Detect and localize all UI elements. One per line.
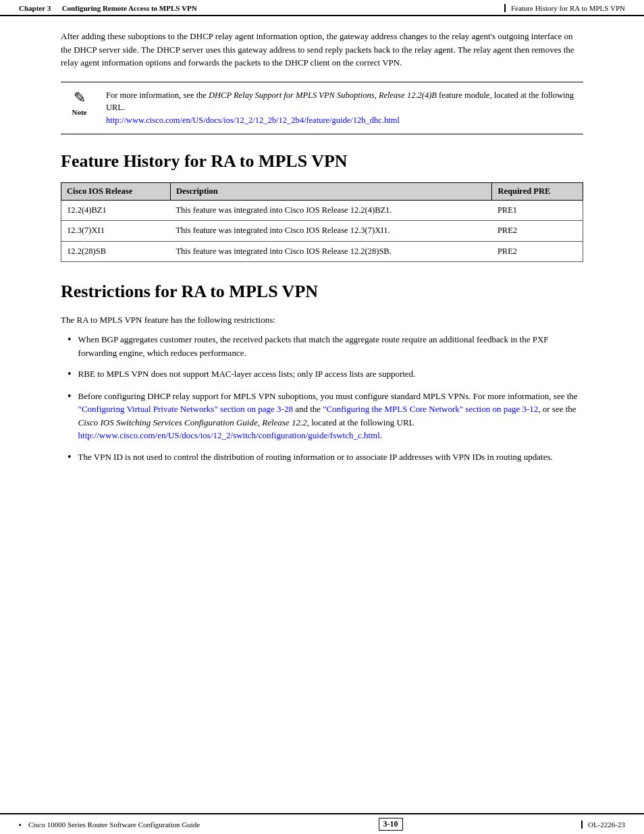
note-pencil-icon: ✎: [74, 89, 86, 107]
list-item: When BGP aggregates customer routes, the…: [68, 333, 583, 359]
table-cell-description: This feature was integrated into Cisco I…: [170, 241, 491, 262]
table-cell-release: 12.2(4)BZ1: [61, 200, 171, 221]
table-cell-pre: PRE2: [492, 241, 583, 262]
footer-page-number: 3-10: [379, 818, 403, 831]
header-chapter: Chapter 3 Configuring Remote Access to M…: [19, 4, 197, 12]
restrictions-heading: Restrictions for RA to MPLS VPN: [61, 281, 583, 302]
table-header-description: Description: [170, 182, 491, 200]
note-label: Note: [72, 108, 87, 116]
list-item: RBE to MPLS VPN does not support MAC-lay…: [68, 367, 583, 382]
list-item: Before configuring DHCP relay support fo…: [68, 390, 583, 442]
feature-history-table: Cisco IOS Release Description Required P…: [61, 182, 583, 263]
bullet-link-1[interactable]: "Configuring Virtual Private Networks" s…: [78, 404, 293, 414]
footer-bullet: ▪: [19, 820, 22, 829]
bullet-link-2[interactable]: "Configuring the MPLS Core Network" sect…: [323, 404, 538, 414]
bullet-italic: Cisco IOS Switching Services Configurati…: [78, 417, 307, 427]
feature-history-heading: Feature History for RA to MPLS VPN: [61, 151, 583, 172]
table-cell-description: This feature was integrated into Cisco I…: [170, 221, 491, 242]
list-item: The VPN ID is not used to control the di…: [68, 450, 583, 465]
note-italic-text: DHCP Relay Support for MPLS VPN Suboptio…: [209, 90, 437, 100]
header-chapter-title: Configuring Remote Access to MPLS VPN: [62, 4, 197, 12]
note-content: For more information, see the DHCP Relay…: [106, 89, 583, 127]
table-cell-pre: PRE2: [492, 221, 583, 242]
table-header-release: Cisco IOS Release: [61, 182, 171, 200]
note-text-prefix: For more information, see the: [106, 90, 209, 100]
intro-paragraph: After adding these suboptions to the DHC…: [61, 30, 583, 70]
restrictions-intro: The RA to MPLS VPN feature has the follo…: [61, 313, 583, 327]
table-row: 12.3(7)XI1 This feature was integrated i…: [61, 221, 583, 242]
table-cell-release: 12.3(7)XI1: [61, 221, 171, 242]
restrictions-list: When BGP aggregates customer routes, the…: [68, 333, 583, 465]
table-cell-release: 12.2(28)SB: [61, 241, 171, 262]
page-header: Chapter 3 Configuring Remote Access to M…: [0, 0, 644, 16]
bullet-url[interactable]: http://www.cisco.com/en/US/docs/ios/12_2…: [78, 430, 380, 440]
note-box: ✎ Note For more information, see the DHC…: [61, 82, 583, 134]
footer-left: ▪ Cisco 10000 Series Router Software Con…: [19, 820, 200, 829]
table-header-pre: Required PRE: [492, 182, 583, 200]
header-chapter-label: Chapter 3: [19, 4, 51, 12]
note-url-link[interactable]: http://www.cisco.com/en/US/docs/ios/12_2…: [106, 115, 400, 125]
note-icon-area: ✎ Note: [61, 89, 98, 116]
table-row: 12.2(4)BZ1 This feature was integrated i…: [61, 200, 583, 221]
table-cell-pre: PRE1: [492, 200, 583, 221]
footer-doc-num: OL-2226-23: [581, 820, 625, 829]
page-footer: ▪ Cisco 10000 Series Router Software Con…: [0, 813, 644, 834]
bullet-text-complex: Before configuring DHCP relay support fo…: [78, 390, 583, 442]
bullet-text: RBE to MPLS VPN does not support MAC-lay…: [78, 367, 416, 381]
table-cell-description: This feature was integrated into Cisco I…: [170, 200, 491, 221]
footer-book-title: Cisco 10000 Series Router Software Confi…: [28, 820, 200, 829]
header-section: Feature History for RA to MPLS VPN: [504, 4, 625, 12]
table-row: 12.2(28)SB This feature was integrated i…: [61, 241, 583, 262]
bullet-text: The VPN ID is not used to control the di…: [78, 450, 553, 464]
bullet-text: When BGP aggregates customer routes, the…: [78, 333, 583, 359]
main-content: After adding these suboptions to the DHC…: [0, 16, 644, 486]
